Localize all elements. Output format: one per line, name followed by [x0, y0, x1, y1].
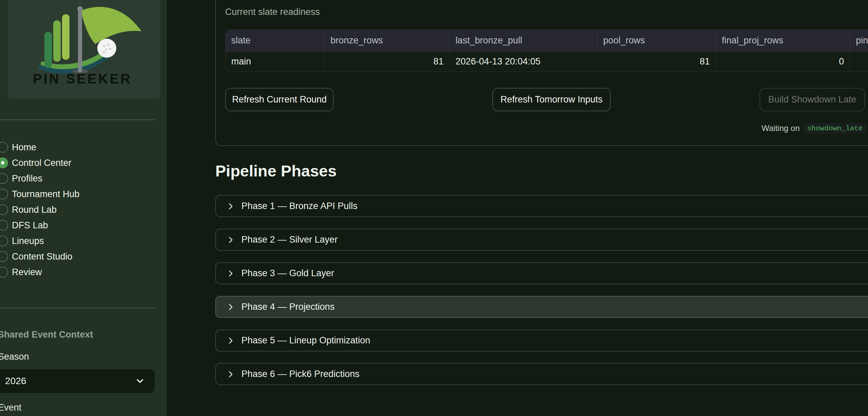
radio-content-studio-icon [0, 251, 8, 262]
sidebar-item-profiles[interactable]: Profiles [0, 171, 167, 186]
sidebar-divider-bottom [0, 308, 155, 308]
brand-name: PIN SEEKER [14, 71, 151, 87]
radio-round-lab-icon [0, 204, 8, 215]
column-header-pin: pin [850, 30, 868, 51]
chevron-right-icon [226, 370, 235, 379]
sidebar-item-home[interactable]: Home [0, 139, 167, 155]
column-header-bronze-rows: bronze_rows [325, 30, 450, 51]
event-label: Event [0, 402, 21, 413]
table-header-row: slate bronze_rows last_bronze_pull pool_… [225, 30, 868, 51]
cell-bronze-rows: 81 [325, 52, 450, 72]
page-title: Pipeline Phases [215, 162, 337, 180]
app-root: PIN SEEKER Home Control Center Profiles … [0, 0, 868, 416]
radio-dfs-lab-icon [0, 220, 8, 231]
radio-selected-icon [0, 157, 8, 168]
expander-phase-1[interactable]: Phase 1 — Bronze API Pulls [215, 195, 868, 217]
sidebar-item-tournament-hub[interactable]: Tournament Hub [0, 186, 167, 202]
shared-event-context-heading: Shared Event Context [0, 329, 93, 340]
cell-last-bronze-pull: 2026-04-13 20:04:05 [450, 52, 597, 72]
column-header-pool-rows: pool_rows [597, 30, 716, 51]
column-header-final-proj-rows: final_proj_rows [716, 30, 850, 51]
table-row: main 81 2026-04-13 20:04:05 81 0 [225, 51, 868, 72]
season-select-value: 2026 [5, 376, 26, 386]
cell-final-proj-rows: 0 [716, 52, 850, 72]
chevron-right-icon [226, 202, 235, 211]
sidebar-item-control-center[interactable]: Control Center [0, 155, 167, 171]
sidebar: PIN SEEKER Home Control Center Profiles … [0, 0, 167, 416]
cell-pin [850, 52, 868, 72]
column-header-slate: slate [225, 30, 325, 51]
slate-readiness-caption: Current slate readiness [225, 7, 320, 17]
refresh-current-round-button[interactable]: Refresh Current Round [225, 88, 334, 111]
expander-phase-3[interactable]: Phase 3 — Gold Layer [215, 262, 868, 284]
sidebar-nav: Home Control Center Profiles Tournament … [0, 139, 167, 280]
radio-home-icon [0, 142, 8, 153]
build-showdown-late-button[interactable]: Build Showdown Late [760, 88, 865, 111]
chevron-right-icon [226, 269, 235, 278]
chevron-right-icon [226, 336, 235, 345]
column-header-last-bronze-pull: last_bronze_pull [450, 30, 597, 51]
slate-readiness-table: slate bronze_rows last_bronze_pull pool_… [225, 30, 868, 72]
expander-phase-2[interactable]: Phase 2 — Silver Layer [215, 229, 868, 251]
waiting-note-code: showdown_late [803, 123, 867, 134]
sidebar-item-content-studio[interactable]: Content Studio [0, 249, 167, 264]
expander-phase-6[interactable]: Phase 6 — Pick6 Predictions [215, 363, 868, 385]
radio-review-icon [0, 267, 8, 278]
chevron-down-icon [135, 376, 145, 386]
sidebar-divider-top [0, 119, 155, 120]
expander-phase-5[interactable]: Phase 5 — Lineup Optimization [215, 329, 868, 352]
cell-slate: main [225, 52, 325, 72]
chevron-right-icon [226, 303, 235, 311]
chevron-right-icon [226, 235, 235, 244]
golf-logo-icon [8, 0, 160, 76]
waiting-note-prefix: Waiting on [762, 124, 800, 133]
expander-phase-4[interactable]: Phase 4 — Projections [215, 296, 868, 318]
sidebar-item-round-lab[interactable]: Round Lab [0, 202, 167, 218]
season-label: Season [0, 352, 29, 362]
radio-lineups-icon [0, 235, 8, 246]
radio-tournament-hub-icon [0, 189, 8, 200]
sidebar-item-dfs-lab[interactable]: DFS Lab [0, 218, 167, 233]
cell-pool-rows: 81 [597, 52, 716, 72]
season-select[interactable]: 2026 [0, 369, 155, 393]
waiting-note: Waiting on showdown_late slate [762, 121, 868, 136]
sidebar-item-review[interactable]: Review [0, 264, 167, 280]
brand-logo: PIN SEEKER [8, 0, 160, 99]
radio-profiles-icon [0, 173, 8, 184]
sidebar-item-lineups[interactable]: Lineups [0, 233, 167, 249]
refresh-tomorrow-inputs-button[interactable]: Refresh Tomorrow Inputs [492, 88, 611, 111]
